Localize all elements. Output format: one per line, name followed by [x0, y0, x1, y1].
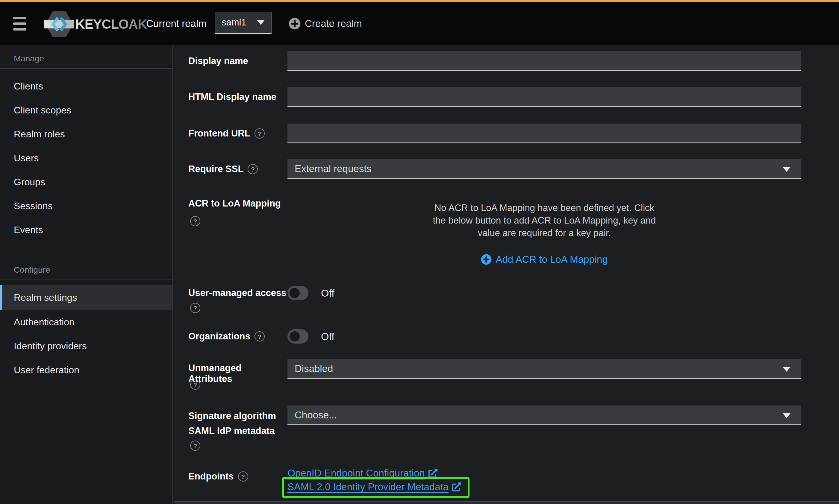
masthead: KEYCLOAK Current realm saml1 Create real… — [0, 2, 839, 45]
html-display-name-label: HTML Display name — [188, 87, 287, 107]
saml-identity-provider-metadata-link[interactable]: SAML 2.0 Identity Provider Metadata — [287, 481, 461, 493]
display-name-label: Display name — [188, 51, 287, 71]
caret-down-icon — [783, 167, 790, 172]
sidebar-item-client-scopes[interactable]: Client scopes — [0, 98, 173, 122]
realm-selector[interactable]: saml1 — [215, 12, 272, 34]
divider — [0, 68, 173, 69]
sidebar-item-groups[interactable]: Groups — [0, 170, 173, 194]
sidebar-item-authentication[interactable]: Authentication — [0, 310, 173, 334]
external-link-icon — [452, 483, 461, 491]
sidebar-item-users[interactable]: Users — [0, 146, 173, 170]
organizations-state: Off — [321, 329, 335, 344]
realm-selector-value: saml1 — [221, 17, 246, 28]
unmanaged-attributes-label: Unmanaged Attributes — [188, 363, 287, 384]
sidebar-group-manage: Manage — [0, 45, 173, 68]
help-icon[interactable]: ? — [190, 440, 200, 451]
help-icon[interactable]: ? — [248, 164, 258, 174]
divider — [0, 280, 173, 280]
require-ssl-label-row: Require SSL ? — [188, 159, 287, 179]
sidebar-item-user-federation[interactable]: User federation — [0, 358, 173, 382]
current-realm-label: Current realm — [146, 2, 207, 45]
top-accent-bar — [0, 0, 839, 2]
external-link-icon — [428, 469, 438, 478]
help-icon[interactable]: ? — [254, 331, 265, 341]
frontend-url-label: Frontend URL — [188, 124, 250, 143]
organizations-toggle[interactable] — [287, 329, 308, 344]
create-realm-button[interactable]: Create realm — [289, 2, 362, 45]
help-icon[interactable]: ? — [190, 216, 200, 226]
sidebar-item-events[interactable]: Events — [0, 218, 173, 242]
highlight-annotation-box: SAML 2.0 Identity Provider Metadata — [282, 477, 469, 498]
unmanaged-attributes-select[interactable]: Disabled — [287, 359, 801, 379]
add-acr-wrap: Add ACR to LoA Mapping — [287, 254, 801, 265]
plus-circle-icon — [481, 254, 492, 265]
help-icon[interactable]: ? — [190, 379, 200, 390]
acr-empty-state-text: No ACR to LoA Mapping have been defined … — [287, 202, 801, 239]
sidebar-group-configure: Configure — [0, 242, 173, 280]
brand-text: KEYCLOAK — [75, 17, 147, 32]
display-name-input[interactable] — [287, 51, 801, 71]
keycloak-logo-icon — [44, 10, 74, 39]
require-ssl-select[interactable]: External requests — [287, 159, 801, 179]
frontend-url-input[interactable] — [287, 124, 801, 143]
user-managed-access-toggle[interactable] — [287, 286, 308, 300]
organizations-label: Organizations — [188, 329, 250, 344]
configure-nav: Realm settings Authentication Identity p… — [0, 285, 173, 382]
keycloak-logo[interactable]: KEYCLOAK — [44, 10, 147, 39]
add-acr-to-loa-button[interactable]: Add ACR to LoA Mapping — [481, 254, 608, 265]
user-managed-access-state: Off — [321, 286, 335, 300]
user-managed-access-label: User-managed access — [188, 286, 287, 300]
realm-settings-form: Display name HTML Display name Frontend … — [174, 45, 839, 504]
caret-down-icon — [783, 413, 790, 418]
html-display-name-input[interactable] — [287, 87, 801, 107]
require-ssl-label: Require SSL — [188, 159, 244, 179]
hamburger-menu-icon[interactable] — [13, 17, 27, 31]
help-icon[interactable]: ? — [254, 128, 265, 139]
signature-algorithm-select[interactable]: Choose... — [287, 406, 801, 425]
caret-down-icon — [783, 367, 790, 372]
endpoints-label-row: Endpoints ? — [188, 471, 287, 482]
manage-nav: Clients Client scopes Realm roles Users … — [0, 74, 173, 242]
acr-to-loa-label: ACR to LoA Mapping — [188, 198, 287, 209]
caret-down-icon — [257, 20, 265, 25]
sidebar-item-sessions[interactable]: Sessions — [0, 194, 173, 218]
sidebar: Manage Clients Client scopes Realm roles… — [0, 45, 173, 504]
help-icon[interactable]: ? — [238, 471, 248, 482]
sidebar-item-realm-settings[interactable]: Realm settings — [0, 285, 173, 310]
endpoints-label: Endpoints — [188, 471, 234, 482]
plus-circle-icon — [289, 18, 301, 30]
organizations-label-row: Organizations ? — [188, 329, 287, 344]
signature-algorithm-label: Signature algorithm SAML IdP metadata — [188, 409, 287, 438]
help-icon[interactable]: ? — [190, 303, 200, 313]
sidebar-item-clients[interactable]: Clients — [0, 74, 173, 98]
frontend-url-label-row: Frontend URL ? — [188, 124, 287, 143]
action-bar-edge — [174, 501, 839, 504]
sidebar-item-identity-providers[interactable]: Identity providers — [0, 334, 173, 358]
sidebar-item-realm-roles[interactable]: Realm roles — [0, 122, 173, 146]
